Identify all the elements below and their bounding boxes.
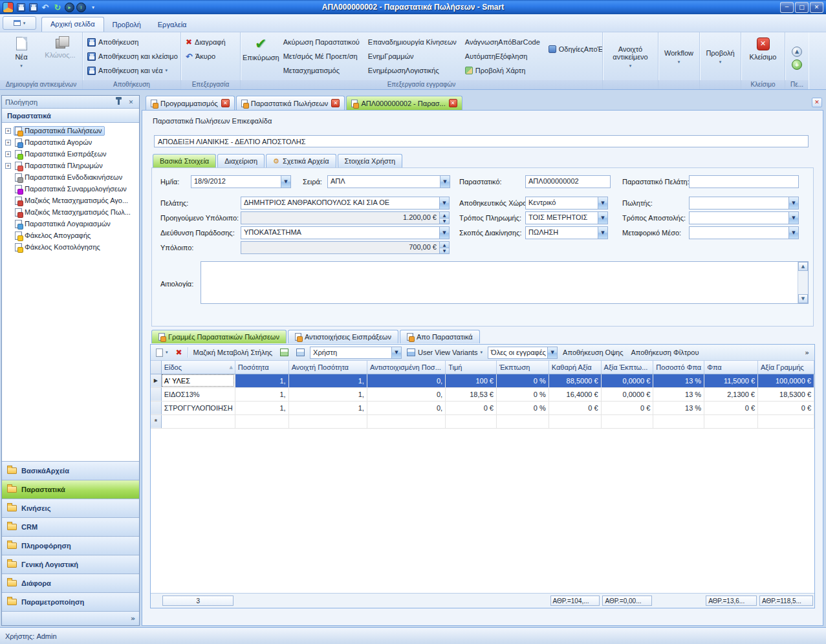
- nav-group-reporting[interactable]: Πληροφόρηση: [2, 536, 139, 555]
- chevron-down-icon[interactable]: ▼: [788, 197, 798, 209]
- grid-cell[interactable]: 0,0000 €: [601, 387, 653, 401]
- spinner-icon[interactable]: ▲▼: [439, 242, 449, 253]
- nav-tree-item-inventory-folder[interactable]: Φάκελος Απογραφής: [2, 230, 139, 241]
- ribbon-button-read-from-barcode[interactable]: ΑνάγνωσηΑπόBarCode: [462, 36, 543, 48]
- grid-row[interactable]: ΣΤΡΟΓΓΥΛΟΠΟΙΗΣΗ1,1,0,0 €0 %0 €0 €13 %0 €…: [151, 401, 814, 414]
- grid-cell[interactable]: 13 %: [653, 387, 704, 401]
- detail-tab-sales-lines[interactable]: Γραμμές Παραστατικών Πωλήσεων: [151, 330, 287, 343]
- nav-group-crm[interactable]: CRM: [2, 517, 139, 536]
- grid-cell[interactable]: [446, 414, 497, 428]
- grid-cell[interactable]: 18,5300 €: [758, 387, 814, 401]
- nav-tree-item-bulk-transform-purchases[interactable]: Μαζικός Μετασχηματισμός Αγο...: [2, 195, 139, 206]
- grid-column-price[interactable]: Τιμή: [446, 361, 497, 374]
- open-object-button[interactable]: Ανοιχτό αντικείμενο ▾: [605, 34, 656, 80]
- form-tab-management[interactable]: Διαχείριση: [217, 154, 265, 167]
- qat-dropdown-icon[interactable]: ▾: [88, 2, 98, 12]
- grid-cell[interactable]: 88,5000 €: [549, 374, 601, 387]
- navigate-forward-icon[interactable]: ▸: [65, 3, 74, 12]
- grid-column-vat-percent[interactable]: Ποσοστό Φπα: [653, 361, 704, 374]
- validate-button[interactable]: ✔ Επικύρωση: [243, 34, 279, 79]
- grid-cell[interactable]: [235, 414, 288, 428]
- save-as-icon[interactable]: [28, 2, 38, 12]
- maximize-button[interactable]: □: [795, 2, 809, 13]
- grid-cell[interactable]: 0 %: [496, 401, 549, 414]
- document-title-field[interactable]: ΑΠΟΔΕΙΞΗ ΛΙΑΝΙΚΗΣ - ΔΕΛΤΙΟ ΑΠΟΣΤΟΛΗΣ: [154, 135, 809, 147]
- grid-new-row[interactable]: *: [151, 414, 814, 428]
- grid-cell[interactable]: 13 %: [653, 374, 704, 387]
- nav-tree-item-internal-movement-documents[interactable]: Παραστατικά Ενδοδιακινήσεων: [2, 171, 139, 183]
- nav-group-basic-files[interactable]: ΒασικάΑρχεία: [2, 461, 139, 480]
- grid-cell[interactable]: [367, 414, 445, 428]
- app-menu-button[interactable]: ▾: [3, 16, 36, 30]
- user-combo[interactable]: Χρήστη ▼: [310, 347, 402, 359]
- spinner-icon[interactable]: ▲▼: [439, 212, 449, 224]
- grid-cell[interactable]: 0,0000 €: [601, 374, 653, 387]
- grid-cell[interactable]: 13 %: [653, 401, 704, 414]
- delivery-address-combo[interactable]: ΥΠΟΚΑΤΑΣΤΗΜΑ ▼: [241, 226, 450, 239]
- expand-icon[interactable]: +: [5, 128, 11, 134]
- chevron-down-icon[interactable]: ▼: [547, 347, 557, 358]
- overflow-chevron-icon[interactable]: »: [131, 614, 135, 623]
- close-panel-icon[interactable]: ✕: [126, 98, 136, 107]
- grid-column-discount-value[interactable]: Αξία Έκπτω...: [601, 361, 653, 374]
- grid-cell[interactable]: 0 €: [601, 401, 653, 414]
- grid-cell[interactable]: Α' ΥΛΕΣ: [161, 374, 235, 387]
- nav-tree-item-receipt-documents[interactable]: +Παραστατικά Εισπράξεων: [2, 148, 139, 160]
- grid-cell[interactable]: [288, 414, 367, 428]
- detail-tab-from-documents[interactable]: Απο Παραστατικά: [400, 330, 480, 343]
- grid-column-net-value[interactable]: Καθαρή Αξία: [549, 361, 601, 374]
- grid-cell[interactable]: [704, 414, 758, 428]
- expand-icon[interactable]: +: [5, 140, 11, 145]
- grid-cell[interactable]: 0,: [367, 374, 445, 387]
- pin-icon[interactable]: [114, 98, 124, 107]
- document-tab-planning[interactable]: Προγραμματισμός✕: [146, 96, 235, 110]
- grid-cell[interactable]: 100 €: [446, 374, 497, 387]
- chevron-down-icon[interactable]: ▼: [598, 227, 607, 239]
- bulk-change-column-button[interactable]: Μαζική Μεταβολή Στήλης: [191, 348, 275, 357]
- chevron-down-icon[interactable]: ▼: [598, 212, 607, 224]
- series-combo[interactable]: ΑΠΛ ▼: [327, 175, 450, 188]
- grid-cell[interactable]: 0 €: [758, 401, 814, 414]
- grid-cell[interactable]: 1,: [288, 401, 367, 414]
- ribbon-tab-view[interactable]: Προβολή: [104, 18, 149, 32]
- grid-cell[interactable]: [161, 414, 235, 428]
- grid-cell[interactable]: 11,5000 €: [704, 374, 758, 387]
- expand-icon[interactable]: +: [5, 151, 11, 157]
- nav-tree-item-costing-folder[interactable]: Φάκελος Κοστολόγησης: [2, 241, 139, 253]
- delete-row-button[interactable]: ✖: [173, 347, 185, 358]
- refresh-icon[interactable]: ↻: [52, 2, 63, 12]
- chevron-down-icon[interactable]: ▼: [439, 197, 449, 209]
- grid-cell[interactable]: 0 €: [446, 401, 497, 414]
- layout-grid-button[interactable]: [294, 348, 307, 357]
- add-icon[interactable]: +: [792, 59, 802, 70]
- grid-column-matched-quantity[interactable]: Αντιστοιχισμένη Ποσ...: [367, 361, 445, 374]
- balance-field[interactable]: 700,00 € ▲▼: [241, 241, 450, 254]
- close-window-button[interactable]: ✕: [810, 2, 823, 13]
- grid-cell[interactable]: 0,: [367, 401, 445, 414]
- clone-button[interactable]: Κλώνος...: [41, 34, 80, 79]
- save-filter-button[interactable]: Αποθήκευση Φίλτρου: [628, 348, 701, 357]
- save-icon[interactable]: [16, 2, 26, 12]
- nav-group-configuration[interactable]: Παραμετροποίηση: [2, 592, 139, 611]
- toolbar-overflow-button[interactable]: »: [802, 348, 812, 358]
- chevron-down-icon[interactable]: ▼: [439, 227, 449, 239]
- add-row-button[interactable]: ▾: [153, 348, 171, 358]
- close-document-button[interactable]: ✕ Κλείσιμο: [744, 34, 783, 80]
- grid-cell[interactable]: [758, 414, 814, 428]
- grid-column-open-quantity[interactable]: Ανοιχτή Ποσότητα: [288, 361, 367, 374]
- ribbon-button-show-map[interactable]: Προβολή Χάρτη: [462, 65, 543, 76]
- form-tab-basic-info[interactable]: Βασικά Στοιχεία: [153, 154, 216, 167]
- grid-cell[interactable]: [549, 414, 601, 428]
- ribbon-button-auto-settlement[interactable]: ΑυτόματηΕξόφληση: [462, 50, 543, 62]
- reason-textarea[interactable]: ▲▼: [201, 261, 809, 304]
- grid-cell[interactable]: 16,4000 €: [549, 387, 601, 401]
- warehouse-combo[interactable]: Κεντρικό ▼: [525, 197, 608, 209]
- workflow-button[interactable]: Workflow ▾: [660, 34, 697, 80]
- undo-icon[interactable]: ↶: [40, 2, 50, 12]
- info-icon[interactable]: i: [76, 3, 86, 12]
- ribbon-tab-home[interactable]: Αρχική σελίδα: [41, 17, 104, 32]
- nav-tree-item-bulk-transform-sales[interactable]: Μαζικός Μετασχηματισμός Πωλ...: [2, 206, 139, 218]
- delete-button[interactable]: ✖ Διαγραφή: [183, 36, 238, 48]
- ribbon-button-cancel-document[interactable]: Ακύρωση Παραστατικού: [281, 36, 362, 48]
- ribbon-button-transform-with-preview[interactable]: Μετ/σμός Μέ Προεπ/ση: [281, 50, 362, 62]
